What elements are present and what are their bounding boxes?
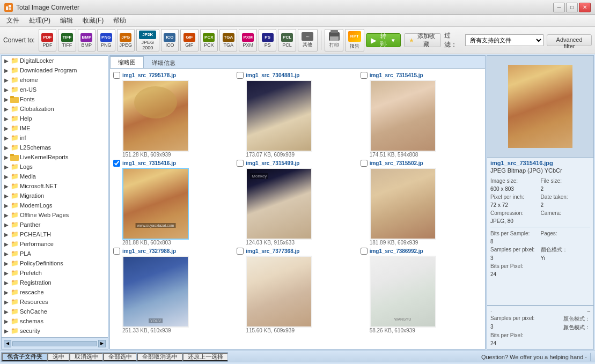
menu-process[interactable]: 处理(P) [25,15,55,26]
tree-item-globalization[interactable]: ▶ 📁 Globalization [2,104,108,114]
tree-item-inf[interactable]: ▶ 📁 inf [2,133,108,143]
convert-to-btn-label: 转到· [378,32,389,48]
filter-select[interactable]: 所有支持的文件 [465,34,543,46]
format-pxm-button[interactable]: PXM PXM [239,29,256,51]
tree-item-l2schemas[interactable]: ▶ 📁 L2Schemas [2,143,108,152]
format-other-button[interactable]: ··· 其他 [298,29,318,51]
format-ico-button[interactable]: ICO ICO [161,29,179,51]
menu-edit[interactable]: 编辑 [56,15,77,26]
thumbnail-item-8[interactable]: img1_src_7377368.jp 115.60 KB, 609x939 [237,248,358,333]
thumbnail-item-1[interactable]: img1_src_7295178.jp 151.28 KB, 609x939 [113,72,234,158]
format-pcx-button[interactable]: PCX PCX [200,29,218,51]
minimize-button[interactable]: ─ [553,3,565,12]
svg-rect-9 [10,154,14,156]
thumb-img-wrapper-4[interactable]: www.ouyaoxiazai.com [122,168,189,240]
tree-item-performance[interactable]: ▶ 📁 Performance [2,239,108,249]
thumb-img-wrapper-3[interactable] [370,80,436,152]
thumbnail-item-6[interactable]: img1_src_7315502.jp 181.89 KB, 609x939 [361,160,482,246]
tree-item-security[interactable]: ▶ 📁 security [2,326,108,336]
format-png-button[interactable]: PNG PNG [97,29,115,51]
deselect-button[interactable]: 取消选中 [69,353,103,361]
tree-item-offlinewebpages[interactable]: ▶ 📁 Offline Web Pages [2,210,108,220]
format-ps-button[interactable]: PS PS [259,29,276,51]
tree-item-policydefinitions[interactable]: ▶ 📁 PolicyDefinitions [2,258,108,268]
close-button[interactable]: ✕ [579,3,591,12]
thumbnail-item-5[interactable]: img1_src_7315499.jp Monkey 124.03 KB, 91… [237,160,358,246]
add-fav-label: 添加收藏 [416,32,437,48]
tree-item-schcache[interactable]: ▶ 📁 SchCache [2,307,108,316]
thumb-checkbox-7[interactable] [113,248,120,255]
thumb-img-wrapper-6[interactable] [370,168,436,240]
format-pdf-button[interactable]: PDF PDF [39,29,56,51]
select-all-button[interactable]: 全部选中 [103,353,137,361]
tree-item-schemas[interactable]: ▶ 📁 schemas [2,316,108,326]
add-favorites-button[interactable]: ★ 添加收藏 [404,33,442,47]
thumb-checkbox-2[interactable] [237,72,244,79]
horizontal-scrollbar-thumb[interactable] [12,341,97,346]
format-bmp-button[interactable]: BMP BMP [78,29,96,51]
tree-item-help[interactable]: ▶ 📁 Help [2,114,108,123]
format-pcl-button[interactable]: PCL PCL [278,29,296,51]
format-tiff-button[interactable]: TIFF TIFF [58,29,76,51]
thumbnail-item-4[interactable]: img1_src_7315416.jp www.ouyaoxiazai.com … [113,160,234,246]
thumbnail-item-3[interactable]: img1_src_7315415.jp 174.51 KB, 594x808 [361,72,482,158]
thumb-checkbox-9[interactable] [361,248,368,255]
tree-item-microsoftnet[interactable]: ▶ 📁 Microsoft.NET [2,181,108,191]
format-tga-button[interactable]: TGA TGA [219,29,237,51]
convert-to-button[interactable]: ▶ 转到· ▼ [366,33,401,47]
tree-item-media[interactable]: ▶ 📁 Media [2,172,108,181]
tree-item-fonts[interactable]: ▶ Fonts [2,94,108,104]
info-section-lower: · – Samples per pixel: 颜色模式： 3 颜色模式： Bit… [487,306,593,349]
tree-item-enus[interactable]: ▶ 📁 en-US [2,85,108,94]
thumbnail-item-7[interactable]: img1_src_7327988.jp YOUV 251.33 KB, 610x… [113,248,234,333]
format-jpeg-button[interactable]: JPG JPEG [117,29,135,51]
thumbnail-item-9[interactable]: img1_src_7386992.jp WANGYU 58.26 KB, 610… [361,248,482,333]
thumb-img-wrapper-1[interactable] [122,80,189,152]
file-size-label: File size: [541,177,591,184]
thumb-checkbox-6[interactable] [361,160,368,167]
tree-item-panther[interactable]: ▶ 📁 Panther [2,220,108,229]
tree-item-modemlogs[interactable]: ▶ 📁 ModemLogs [2,200,108,210]
restore-button[interactable]: □ [566,3,578,12]
tree-item-pchealth[interactable]: ▶ 📁 PCHEALTH [2,229,108,239]
thumb-img-wrapper-7[interactable]: YOUV [122,256,189,328]
format-jpeg2k-button[interactable]: JP2K JPEG 2000 [136,29,159,51]
menu-help[interactable]: 帮助 [109,15,130,26]
thumbnail-item-2[interactable]: img1_src_7304881.jp 173.07 KB, 609x939 [237,72,358,158]
tree-item-prefetch[interactable]: ▶ 📁 Prefetch [2,268,108,278]
advanced-filter-button[interactable]: Advanced filter [547,34,592,46]
tree-item-downloaded[interactable]: ▶ 📁 Downloaded Program [2,65,108,75]
menu-file[interactable]: 文件 [2,15,24,26]
tree-item-logs[interactable]: ▶ 📁 Logs [2,162,108,172]
tree-item-livekernelreports[interactable]: ▶ LiveKernelReports [2,152,108,162]
scroll-right-button[interactable]: ▶ [98,340,106,347]
thumb-img-wrapper-5[interactable]: Monkey [246,168,312,240]
thumb-checkbox-1[interactable] [113,72,120,79]
tree-item-digitallocker[interactable]: ▶ 📁 DigitalLocker [2,56,108,65]
tree-item-ime[interactable]: ▶ 📁 IME [2,123,108,133]
include-subfolders-button[interactable]: 包含子文件夹 [2,353,47,361]
tree-item-rescache[interactable]: ▶ 📁 rescache [2,287,108,297]
report-button[interactable]: RPT 报告 [345,29,364,51]
format-gif-button[interactable]: GIF GIF [180,29,198,51]
menu-favorites[interactable]: 收藏(F) [78,15,108,26]
thumb-img-wrapper-2[interactable] [246,80,312,152]
restore-selection-button[interactable]: 还原上一选择 [182,353,227,361]
thumb-img-wrapper-8[interactable] [246,256,312,328]
tree-item-ehome[interactable]: ▶ 📁 ehome [2,75,108,85]
thumb-checkbox-4[interactable] [113,160,120,167]
tab-details[interactable]: 详细信息 [144,57,183,68]
tree-item-resources[interactable]: ▶ 📁 Resources [2,297,108,307]
print-button[interactable]: 打印 [325,29,343,51]
select-button[interactable]: 选中 [47,353,69,361]
scroll-left-button[interactable]: ◀ [4,340,11,347]
thumb-checkbox-5[interactable] [237,160,244,167]
tab-thumbnails[interactable]: 缩略图 [110,56,144,68]
tree-item-migration[interactable]: ▶ 📁 Migration [2,191,108,200]
deselect-all-button[interactable]: 全部取消选中 [137,353,182,361]
tree-item-registration[interactable]: ▶ 📁 Registration [2,278,108,287]
tree-item-pla[interactable]: ▶ 📁 PLA [2,249,108,258]
thumb-img-wrapper-9[interactable]: WANGYU [370,256,436,328]
thumb-checkbox-3[interactable] [361,72,368,79]
thumb-checkbox-8[interactable] [237,248,244,255]
